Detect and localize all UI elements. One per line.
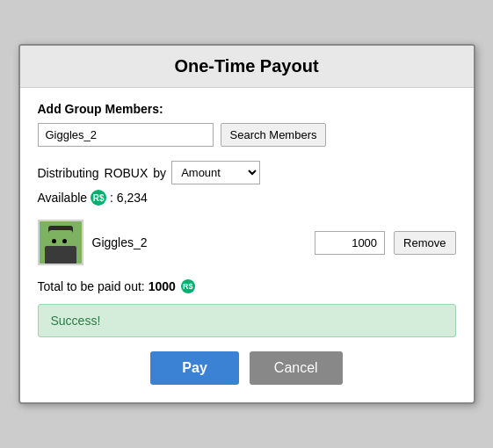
total-row: Total to be paid out: 1000 R$ bbox=[38, 279, 456, 293]
avatar bbox=[38, 220, 83, 265]
available-amount: : 6,234 bbox=[110, 191, 148, 205]
member-row: Giggles_2 Remove bbox=[38, 220, 456, 265]
available-row: Available R$ : 6,234 bbox=[38, 190, 456, 206]
by-label: by bbox=[153, 166, 166, 180]
total-amount: 1000 bbox=[149, 279, 176, 293]
dialog: One-Time Payout Add Group Members: Searc… bbox=[18, 44, 475, 404]
dialog-body: Add Group Members: Search Members Distri… bbox=[20, 88, 474, 402]
distribute-select[interactable]: Amount Percentage bbox=[171, 161, 260, 184]
member-name: Giggles_2 bbox=[92, 235, 307, 249]
available-label: Available bbox=[38, 191, 88, 205]
total-robux-icon: R$ bbox=[181, 279, 195, 293]
member-search-input[interactable] bbox=[38, 123, 214, 147]
distributing-label: Distributing bbox=[38, 166, 99, 180]
remove-button[interactable]: Remove bbox=[394, 231, 455, 255]
search-members-button[interactable]: Search Members bbox=[221, 123, 327, 147]
success-message: Success! bbox=[38, 304, 456, 337]
button-row: Pay Cancel bbox=[38, 351, 456, 385]
robux-icon: R$ bbox=[91, 190, 106, 206]
amount-input[interactable] bbox=[315, 231, 385, 255]
total-label: Total to be paid out: bbox=[38, 279, 145, 293]
dialog-title: One-Time Payout bbox=[20, 46, 474, 88]
robux-label: ROBUX bbox=[105, 166, 149, 180]
add-members-row: Search Members bbox=[38, 123, 456, 147]
distributing-row: Distributing ROBUX by Amount Percentage bbox=[38, 161, 456, 184]
cancel-button[interactable]: Cancel bbox=[250, 351, 343, 385]
add-members-label: Add Group Members: bbox=[38, 102, 456, 116]
pay-button[interactable]: Pay bbox=[150, 351, 238, 385]
